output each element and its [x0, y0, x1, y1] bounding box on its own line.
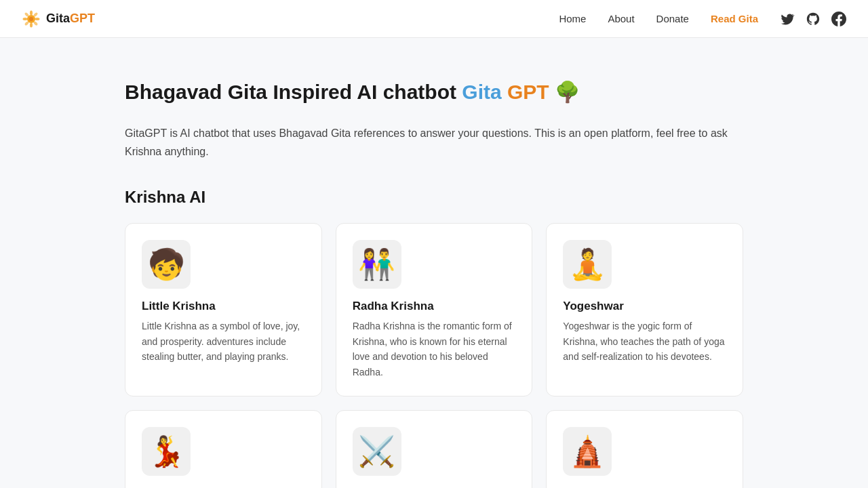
hero-description: GitaGPT is AI chatbot that uses Bhagavad… — [125, 124, 743, 161]
card-desc-radha-krishna: Radha Krishna is the romantic form of Kr… — [353, 319, 516, 380]
card-avatar-radha-krishna: 👫 — [353, 240, 401, 289]
svg-point-2 — [30, 10, 33, 15]
hero-gita: Gita — [462, 81, 501, 103]
card-desc-little-krishna: Little Krishna as a symbol of love, joy,… — [142, 319, 305, 364]
main-content: Bhagavad Gita Inspired AI chatbot Gita G… — [108, 38, 760, 488]
social-icons — [780, 12, 846, 26]
twitter-icon[interactable] — [780, 12, 795, 26]
card-godhead[interactable]: 🛕 GodHead Godhead is the divine form of … — [546, 410, 743, 488]
card-avatar-little-krishna: 🧒 — [142, 240, 191, 289]
facebook-icon[interactable] — [831, 12, 846, 26]
hero-emoji: 🌳 — [555, 81, 580, 103]
nav-links: Home About Donate Read Gita — [559, 13, 758, 24]
nav-home[interactable]: Home — [559, 13, 586, 24]
logo-text: GitaGPT — [46, 12, 95, 26]
navbar: GitaGPT Home About Donate Read Gita — [0, 0, 868, 38]
card-dwarkadhish[interactable]: 💃 Dwarkadhish Dwarkadhish is the king fo… — [125, 410, 322, 488]
svg-point-5 — [35, 18, 40, 20]
card-avatar-parthasarathi: ⚔️ — [353, 427, 401, 476]
svg-point-1 — [29, 17, 33, 21]
card-yogeshwar[interactable]: 🧘 Yogeshwar Yogeshwar is the yogic form … — [546, 223, 743, 396]
nav-read-gita[interactable]: Read Gita — [711, 13, 758, 24]
logo-link[interactable]: GitaGPT — [22, 9, 95, 28]
hero-title: Bhagavad Gita Inspired AI chatbot Gita G… — [125, 79, 743, 105]
section-title: Krishna AI — [125, 188, 743, 207]
card-avatar-dwarkadhish: 💃 — [142, 427, 191, 476]
card-name-radha-krishna: Radha Krishna — [353, 300, 516, 313]
card-parthasarathi[interactable]: ⚔️ Parthasarathi Parthasarathi, a warrio… — [336, 410, 533, 488]
card-avatar-godhead: 🛕 — [563, 427, 612, 476]
card-name-yogeshwar: Yogeshwar — [563, 300, 726, 313]
nav-about[interactable]: About — [608, 13, 634, 24]
card-radha-krishna[interactable]: 👫 Radha Krishna Radha Krishna is the rom… — [336, 223, 533, 396]
nav-donate[interactable]: Donate — [656, 13, 689, 24]
card-name-little-krishna: Little Krishna — [142, 300, 305, 313]
logo-icon — [22, 9, 41, 28]
card-avatar-yogeshwar: 🧘 — [563, 240, 612, 289]
hero-title-prefix: Bhagavad Gita Inspired AI chatbot — [125, 81, 462, 103]
svg-point-3 — [30, 22, 33, 27]
cards-grid: 🧒 Little Krishna Little Krishna as a sym… — [125, 223, 743, 488]
logo-gpt: GPT — [70, 12, 95, 25]
hero-gpt: GPT — [507, 81, 549, 103]
logo-gita: Gita — [46, 12, 70, 25]
card-desc-yogeshwar: Yogeshwar is the yogic form of Krishna, … — [563, 319, 726, 364]
github-icon[interactable] — [806, 12, 821, 26]
svg-point-4 — [23, 18, 28, 20]
card-little-krishna[interactable]: 🧒 Little Krishna Little Krishna as a sym… — [125, 223, 322, 396]
